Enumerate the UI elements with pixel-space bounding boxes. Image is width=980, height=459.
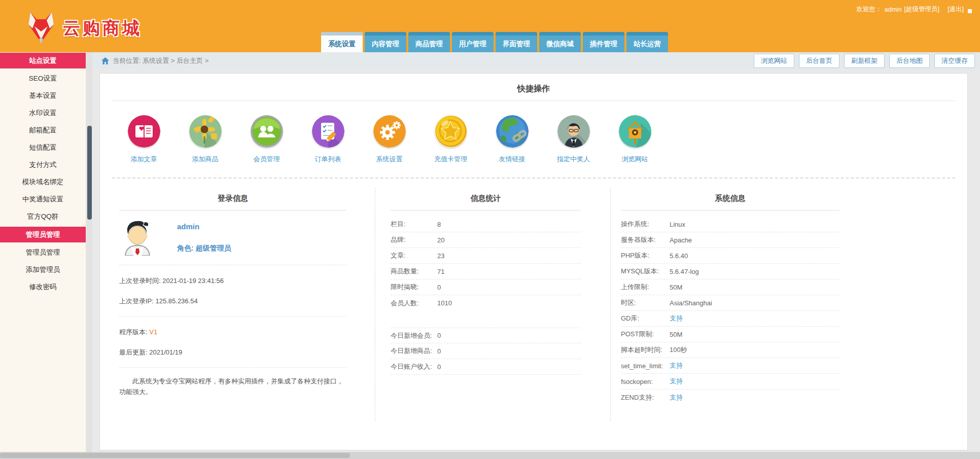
logout-link[interactable]: [退出] — [948, 5, 964, 14]
last-login-time: 上次登录时间: 2021-01-19 23:41:56 — [119, 276, 346, 286]
sidebar-item-official-qq-group[interactable]: 官方QQ群 — [0, 208, 86, 225]
sidebar-section-site-settings[interactable]: 站点设置 — [0, 53, 86, 68]
breadcrumb-bar: 当前位置: 系统设置 > 后台主页 > 浏览网站 后台首页 刷新框架 后台地图 … — [92, 52, 980, 69]
login-info-column: 登录信息 admin 角色: 超级管理员 — [112, 188, 375, 421]
clear-cache-button[interactable]: 清空缓存 — [934, 54, 975, 68]
welcome-prefix: 欢迎您： — [857, 5, 882, 14]
tab-goods-manage[interactable]: 商品管理 — [408, 32, 450, 52]
quickop-label: 指定中奖人 — [557, 155, 590, 164]
stat-row: 限时揭晓:0 — [391, 279, 581, 295]
stat-value: 71 — [437, 268, 444, 275]
divider — [119, 367, 346, 368]
dashed-separator — [112, 178, 955, 179]
stat-row: 今日账户收入:0 — [391, 359, 581, 375]
tab-system-settings[interactable]: 系统设置 — [321, 32, 363, 52]
sidebar-item-admin-manage[interactable]: 管理员管理 — [0, 244, 86, 261]
fox-logo-icon — [26, 11, 56, 46]
stat-row: 文章:23 — [391, 248, 581, 264]
recharge-card-icon — [435, 115, 467, 148]
support-link[interactable]: 支持 — [670, 314, 683, 323]
tab-user-manage[interactable]: 用户管理 — [452, 32, 494, 52]
quickop-add-article[interactable]: 添加文章 — [113, 115, 174, 164]
backend-home-button[interactable]: 后台首页 — [799, 54, 839, 68]
main-nav-tabs: 系统设置 内容管理 商品管理 用户管理 界面管理 微信商城 插件管理 站长运营 — [321, 32, 668, 52]
frame-vertical-scrollbar[interactable] — [87, 52, 92, 452]
stats-column: 信息统计 栏目:8 品牌:20 文章:23 商品数量:71 限时揭晓:0 会员人… — [375, 188, 610, 421]
home-icon[interactable] — [101, 57, 109, 64]
sidebar-item-email-config[interactable]: 邮箱配置 — [0, 122, 86, 139]
sysinfo-value: 50M — [670, 284, 682, 291]
sysinfo-value: Linux — [670, 221, 685, 228]
browse-site-button[interactable]: 浏览网站 — [754, 54, 794, 68]
horizontal-scrollbar[interactable] — [0, 452, 980, 459]
tab-wechat-mall[interactable]: 微信商城 — [539, 32, 581, 52]
quickop-add-goods[interactable]: 添加商品 — [174, 115, 236, 164]
sysinfo-row: PHP版本:5.6.40 — [621, 248, 839, 264]
welcome-role: [超级管理员] — [904, 5, 939, 14]
tab-ui-manage[interactable]: 界面管理 — [496, 32, 537, 52]
top-header: 云购商城 欢迎您： admin [超级管理员] [退出] 系统设置 内容管理 商… — [0, 0, 980, 52]
sidebar-item-change-password[interactable]: 修改密码 — [0, 278, 86, 296]
scrollbar-thumb[interactable] — [87, 126, 92, 220]
admin-avatar — [119, 219, 156, 256]
member-manage-icon — [251, 115, 283, 148]
sidebar-item-payment-method[interactable]: 支付方式 — [0, 156, 86, 173]
quickop-system-settings[interactable]: 系统设置 — [359, 115, 420, 164]
sidebar-item-seo-settings[interactable]: SEO设置 — [0, 70, 86, 87]
spacer — [391, 311, 581, 328]
brand-name: 云购商城 — [63, 17, 142, 40]
system-info-column: 系统信息 操作系统:Linux 服务器版本:Apache PHP版本:5.6.4… — [610, 188, 955, 421]
backend-map-button[interactable]: 后台地图 — [889, 54, 930, 68]
sysinfo-row: MYSQL版本:5.6.47-log — [621, 264, 839, 279]
sysinfo-row: 上传限制:50M — [621, 279, 839, 295]
quickop-order-list[interactable]: 订单列表 — [297, 115, 359, 164]
profile-username[interactable]: admin — [177, 222, 231, 231]
dashboard-columns: 登录信息 admin 角色: 超级管理员 — [112, 188, 955, 421]
quickop-browse-site[interactable]: 浏览网站 — [604, 115, 666, 164]
sidebar-item-winner-notify-settings[interactable]: 中奖通知设置 — [0, 191, 86, 208]
tab-plugin-manage[interactable]: 插件管理 — [583, 32, 624, 52]
sidebar-section-admin-manage[interactable]: 管理员管理 — [0, 227, 86, 242]
quickop-friend-links[interactable]: 友情链接 — [481, 115, 543, 164]
divider — [119, 316, 346, 316]
quickop-label: 会员管理 — [254, 155, 280, 164]
support-link[interactable]: 支持 — [670, 393, 683, 402]
sysinfo-row: POST限制:50M — [621, 327, 839, 342]
support-link[interactable]: 支持 — [670, 361, 683, 370]
quickop-assign-winner[interactable]: 指定中奖人 — [543, 115, 604, 164]
sysinfo-row: 操作系统:Linux — [621, 217, 839, 232]
quickop-label: 添加文章 — [131, 155, 157, 164]
sidebar-item-add-admin[interactable]: 添加管理员 — [0, 261, 86, 278]
version-value: V1 — [149, 328, 157, 336]
refresh-frame-button[interactable]: 刷新框架 — [844, 54, 885, 68]
welcome-bar: 欢迎您： admin [超级管理员] [退出] — [857, 5, 972, 14]
stat-value: 1010 — [437, 299, 452, 307]
sysinfo-row: 服务器版本:Apache — [621, 232, 839, 248]
stat-row: 会员人数:1010 — [391, 295, 581, 311]
tab-content-manage[interactable]: 内容管理 — [365, 32, 406, 52]
quickop-recharge-card[interactable]: 充值卡管理 — [420, 115, 481, 164]
sysinfo-value: 5.6.40 — [670, 252, 688, 260]
sysinfo-row: 脚本超时时间:100秒 — [621, 342, 839, 358]
sidebar-item-watermark-settings[interactable]: 水印设置 — [0, 104, 86, 122]
quick-ops-title: 快捷操作 — [112, 74, 955, 101]
breadcrumb-text: 当前位置: 系统设置 > 后台主页 > — [113, 56, 208, 65]
stat-row: 商品数量:71 — [391, 264, 581, 279]
support-link[interactable]: 支持 — [670, 377, 683, 386]
sidebar-item-basic-settings[interactable]: 基本设置 — [0, 87, 86, 104]
quickop-label: 浏览网站 — [622, 155, 648, 164]
tab-webmaster-ops[interactable]: 站长运营 — [626, 32, 668, 52]
quickop-member-manage[interactable]: 会员管理 — [236, 115, 297, 164]
quick-ops-row: 添加文章 — [112, 115, 955, 164]
article-add-icon — [128, 115, 160, 148]
profile-block: admin 角色: 超级管理员 — [119, 219, 346, 265]
stat-value: 8 — [437, 221, 441, 228]
stat-value: 0 — [437, 332, 441, 339]
profile-role: 角色: 超级管理员 — [177, 244, 231, 253]
quickop-label: 添加商品 — [192, 155, 219, 164]
profile-texts: admin 角色: 超级管理员 — [177, 219, 231, 256]
sidebar-item-module-domain-bind[interactable]: 模块域名绑定 — [0, 173, 86, 191]
horizontal-scrollbar-thumb[interactable] — [0, 453, 350, 458]
brand-logo: 云购商城 — [26, 11, 142, 46]
sidebar-item-sms-config[interactable]: 短信配置 — [0, 139, 86, 156]
